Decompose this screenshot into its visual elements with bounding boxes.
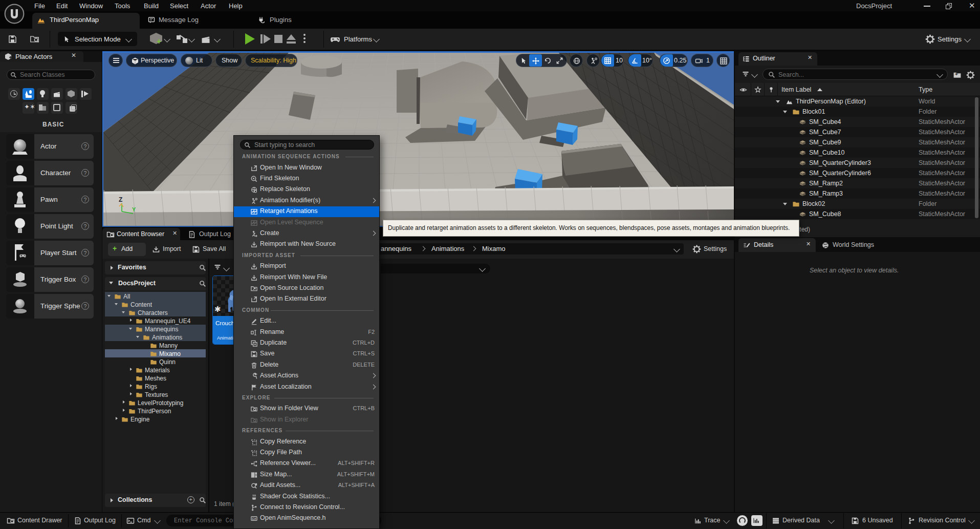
svg-text:Y: Y: [132, 206, 136, 213]
svg-text:Z: Z: [119, 196, 122, 203]
svg-text:C#: C#: [252, 516, 256, 520]
